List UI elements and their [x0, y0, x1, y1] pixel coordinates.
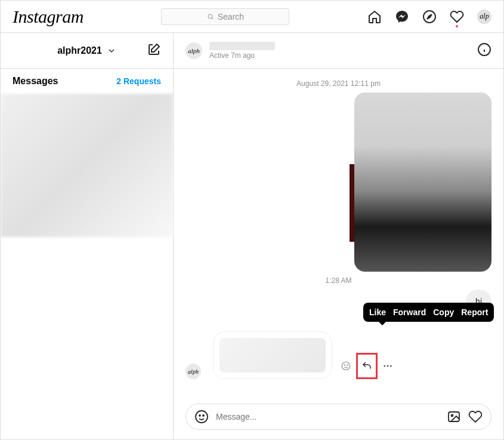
- chat-username[interactable]: [209, 42, 275, 50]
- menu-copy[interactable]: Copy: [433, 307, 454, 317]
- chat-status: Active 7m ago: [209, 51, 275, 60]
- emoji-icon[interactable]: [194, 410, 209, 424]
- svg-point-9: [347, 365, 348, 365]
- more-icon[interactable]: [382, 361, 393, 371]
- message-bubble[interactable]: [213, 331, 332, 379]
- svg-point-15: [203, 415, 204, 416]
- sidebar: alphr2021 Messages 2 Requests: [1, 33, 174, 439]
- messages-label: Messages: [13, 76, 58, 87]
- reply-icon[interactable]: [356, 353, 378, 379]
- svg-point-11: [387, 365, 388, 367]
- svg-rect-16: [449, 412, 459, 421]
- chat-body[interactable]: August 29, 2021 12:11 pm 1:28 AM hi alph: [174, 69, 503, 394]
- search-placeholder: Search: [218, 12, 244, 21]
- username-dropdown[interactable]: alphr2021: [57, 45, 116, 56]
- svg-point-8: [344, 365, 345, 365]
- username-label: alphr2021: [57, 45, 102, 56]
- chat-userblock: Active 7m ago: [209, 42, 275, 60]
- post-accent: [350, 164, 354, 242]
- thread-list-item[interactable]: [1, 94, 173, 237]
- svg-point-14: [199, 415, 200, 416]
- timestamp: 1:28 AM: [185, 276, 491, 285]
- svg-point-17: [452, 415, 453, 417]
- info-button[interactable]: [477, 42, 491, 59]
- message-attachment: [219, 338, 326, 373]
- svg-point-7: [342, 362, 350, 370]
- menu-like[interactable]: Like: [369, 307, 386, 317]
- svg-point-0: [208, 14, 212, 19]
- svg-line-1: [212, 18, 214, 20]
- activity-icon[interactable]: [450, 10, 464, 24]
- svg-point-13: [196, 411, 208, 423]
- profile-avatar[interactable]: alp: [477, 10, 491, 24]
- chat-pane: alph Active 7m ago August 29, 2021 12:11…: [174, 33, 503, 439]
- compose-button[interactable]: [147, 42, 161, 59]
- requests-link[interactable]: 2 Requests: [116, 76, 161, 86]
- nav-icons: alp: [367, 10, 491, 24]
- shared-post[interactable]: [354, 93, 491, 272]
- message-received-row: alph Like Forward: [185, 331, 491, 379]
- message-actions: [341, 353, 393, 379]
- sidebar-header: alphr2021: [1, 33, 173, 69]
- message-input[interactable]: [216, 412, 440, 421]
- image-icon[interactable]: [447, 410, 461, 424]
- search-input[interactable]: Search: [161, 8, 289, 25]
- avatar: alp: [477, 10, 491, 24]
- svg-point-12: [390, 365, 391, 367]
- home-icon[interactable]: [367, 10, 382, 24]
- like-icon[interactable]: [468, 410, 483, 424]
- chat-avatar[interactable]: alph: [185, 42, 202, 59]
- chevron-down-icon: [107, 46, 116, 56]
- svg-point-10: [384, 365, 385, 367]
- message-sent: [185, 93, 491, 272]
- menu-report[interactable]: Report: [461, 307, 488, 317]
- composer: [174, 394, 503, 439]
- message-context-menu: Like Forward Copy Report: [363, 303, 494, 322]
- top-nav: Instagram Search alp: [1, 1, 503, 33]
- sender-avatar[interactable]: alph: [185, 364, 201, 379]
- instagram-logo[interactable]: Instagram: [13, 7, 84, 27]
- svg-marker-3: [427, 14, 432, 19]
- main-layout: alphr2021 Messages 2 Requests alph Activ…: [1, 33, 503, 439]
- composer-box: [185, 404, 491, 430]
- explore-icon[interactable]: [422, 10, 437, 24]
- chat-header: alph Active 7m ago: [174, 33, 503, 69]
- messages-row: Messages 2 Requests: [1, 69, 173, 94]
- search-icon: [207, 13, 214, 20]
- react-icon[interactable]: [341, 361, 351, 371]
- search-wrap: Search: [84, 8, 367, 25]
- messenger-icon[interactable]: [395, 10, 409, 24]
- timestamp: August 29, 2021 12:11 pm: [185, 79, 491, 88]
- menu-forward[interactable]: Forward: [393, 307, 426, 317]
